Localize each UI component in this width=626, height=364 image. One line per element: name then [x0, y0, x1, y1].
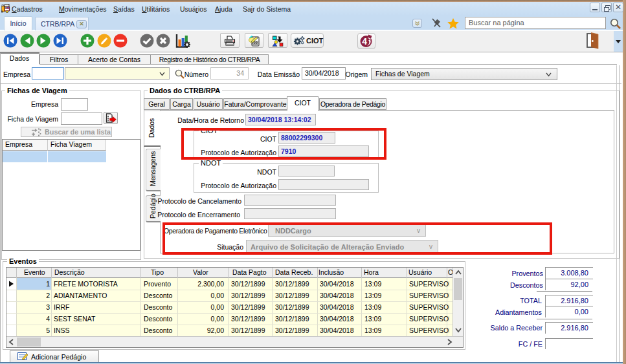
- svg-text:4: 4: [362, 36, 367, 47]
